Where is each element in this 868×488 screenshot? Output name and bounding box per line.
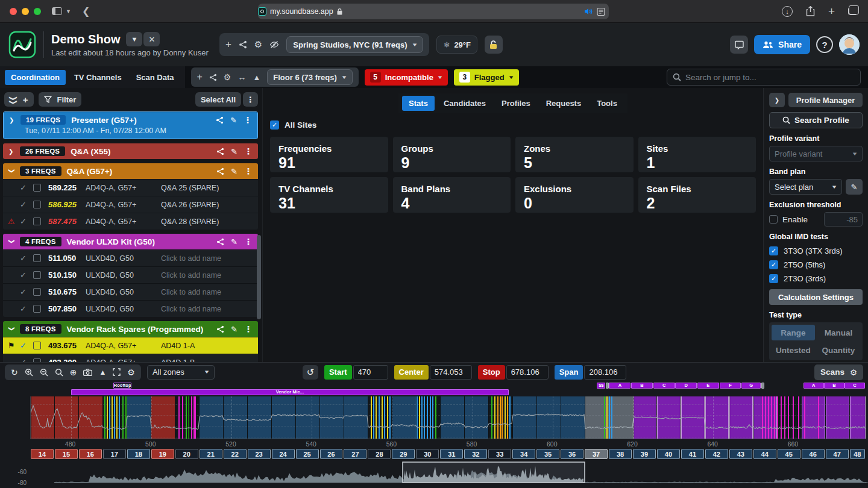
group-header[interactable]: ❯4 FREQSVendor ULXD Kit (G50)✎⋮ [3,234,258,249]
audio-playing-icon[interactable] [584,8,593,15]
tv-channel-37[interactable]: 37 [585,449,608,459]
minimize-window-button[interactable] [22,8,29,15]
frequency-row[interactable]: ✓510.150ULXD4D, G50Click to add name [3,266,258,283]
incompatible-filter-button[interactable]: 5 Incompatible ▼ [365,69,448,86]
site-settings-gear-icon[interactable]: ⚙ [254,39,262,50]
list-menu-button[interactable]: ⋮ [243,92,258,107]
zone-bar-c[interactable]: C [844,383,864,389]
profile-variant-select[interactable]: Profile variant ▼ [769,146,863,161]
lock-show-button[interactable] [485,36,503,54]
tv-channel-17[interactable]: 17 [103,449,126,459]
zone-bar-d[interactable]: D [675,383,697,389]
zone-bar[interactable] [761,383,764,389]
chevron-down-icon[interactable]: ❯ [8,168,15,174]
edit-icon[interactable]: ✎ [231,167,237,176]
tv-channel-41[interactable]: 41 [681,449,704,459]
share-nodes-icon[interactable] [216,167,224,175]
share-nodes-icon[interactable] [216,116,224,124]
tab-overview-icon[interactable] [848,7,857,15]
imd-checkbox[interactable]: ✓ [769,246,778,255]
all-sites-checkbox[interactable]: ✓ [270,120,279,130]
tv-channel-46[interactable]: 46 [802,449,825,459]
edit-icon[interactable]: ✎ [231,147,237,156]
share-nodes-icon[interactable] [216,238,224,246]
edit-band-plan-button[interactable]: ✎ [846,179,863,195]
channel-name[interactable]: Q&A 26 (SPARE) [161,201,253,209]
filter-button[interactable]: Filter [39,92,82,107]
channel-name[interactable]: Q&A 28 (SPARE) [161,217,253,226]
zone-bar-c[interactable]: C [653,383,675,389]
share-floor-icon[interactable] [209,74,217,81]
tv-channel-18[interactable]: 18 [127,449,150,459]
nav-tab-tv-channels[interactable]: TV Channels [68,70,128,85]
frequency-row[interactable]: ✓510.675ULXD4D, G50Click to add name [3,283,258,300]
zone-bar-b[interactable]: B [824,383,844,389]
zoom-in-icon[interactable] [25,368,33,377]
tv-channel-42[interactable]: 42 [705,449,728,459]
more-menu-icon[interactable]: ⋮ [244,237,253,246]
tv-channel-24[interactable]: 24 [272,449,295,459]
group-header[interactable]: ❯26 FREQSQ&A (X55)✎⋮ [3,143,258,159]
user-avatar[interactable] [839,34,860,55]
tv-channel-20[interactable]: 20 [175,449,198,459]
peak-triangle-icon[interactable]: ▲ [99,368,106,377]
snapshot-camera-icon[interactable] [83,369,92,376]
tv-channel-44[interactable]: 44 [753,449,776,459]
zone-bar-[interactable]: $$ [597,383,605,389]
swap-arrows-icon[interactable]: ↔ [237,72,246,82]
tab-tools[interactable]: Tools [590,96,624,111]
tv-channel-38[interactable]: 38 [609,449,632,459]
global-search[interactable] [667,69,861,86]
share-nodes-icon[interactable] [216,148,224,155]
minimap-waveform[interactable] [30,460,868,487]
refresh-icon[interactable]: ↻ [11,368,18,377]
close-show-button[interactable]: ✕ [143,32,160,46]
edit-icon[interactable]: ✎ [231,237,237,246]
center-input[interactable] [430,365,472,380]
search-profile-button[interactable]: Search Profile [769,112,863,128]
tv-channel-21[interactable]: 21 [200,449,222,459]
more-menu-icon[interactable]: ⋮ [244,324,253,334]
tv-channel-22[interactable]: 22 [224,449,247,459]
channel-name[interactable]: Click to add name [161,271,253,280]
channel-name[interactable]: Click to add name [161,254,253,263]
scans-button[interactable]: Scans ⚙ [814,364,863,380]
tv-channel-35[interactable]: 35 [536,449,559,459]
zones-select[interactable]: All zones ▼ [147,365,215,380]
tv-channel-32[interactable]: 32 [464,449,487,459]
history-undo-icon[interactable]: ↺ [303,365,318,380]
chevron-down-icon[interactable]: ❯ [8,326,15,332]
site-selector-dropdown[interactable]: Spring Studios, NYC (91 freqs) ▼ [286,36,423,53]
zone-bar[interactable] [606,383,609,389]
fullscreen-icon[interactable] [113,368,121,376]
frequency-row[interactable]: ✓589.225AD4Q-A, G57+Q&A 25 (SPARE) [3,179,258,196]
tv-channel-16[interactable]: 16 [79,449,102,459]
tv-channel-29[interactable]: 29 [392,449,415,459]
collapse-panel-button[interactable]: ❯ [769,93,785,107]
row-checkbox[interactable] [33,288,41,296]
threshold-input[interactable]: -85 [824,212,863,227]
row-checkbox[interactable] [33,305,41,313]
scans-gear-icon[interactable]: ⚙ [850,368,857,377]
url-bar[interactable]: my.soundbase.app [258,4,609,19]
back-icon[interactable]: ❮ [82,5,90,17]
chevron-down-icon[interactable]: ❯ [8,239,15,245]
select-all-button[interactable]: Select All [195,92,241,107]
share-nodes-icon[interactable] [239,40,247,49]
test-type-range[interactable]: Range [772,325,815,340]
edit-icon[interactable]: ✎ [231,325,237,334]
tv-channel-28[interactable]: 28 [368,449,391,459]
reader-mode-icon[interactable] [597,8,605,16]
frequency-row[interactable]: ✓586.925AD4Q-A, G57+Q&A 26 (SPARE) [3,196,258,213]
add-site-icon[interactable]: + [225,39,231,51]
crosshair-icon[interactable]: ⊕ [70,368,77,377]
span-input[interactable] [584,365,626,380]
stop-input[interactable] [506,365,549,380]
warning-triangle-icon[interactable]: ▲ [253,73,260,82]
tv-channel-43[interactable]: 43 [729,449,752,459]
tab-profiles[interactable]: Profiles [495,96,537,111]
group-header[interactable]: ❯19 FREQSPresenter (G57+)✎⋮ [4,112,257,128]
test-type-untested[interactable]: Untested [772,342,815,358]
channel-name[interactable]: AD4D 1-A [161,342,253,350]
search-spectrum-icon[interactable] [55,368,63,377]
